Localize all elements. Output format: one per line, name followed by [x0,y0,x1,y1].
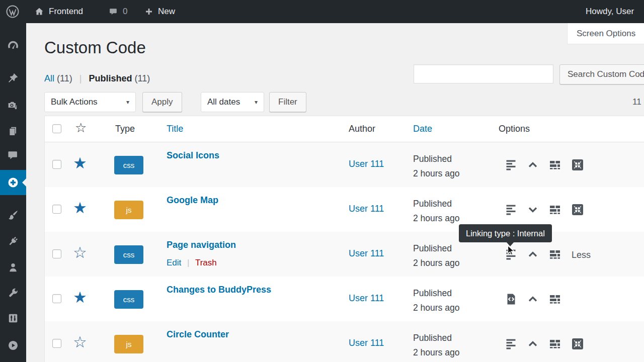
code-file-icon[interactable] [505,293,517,305]
trash-link[interactable]: Trash [195,258,217,267]
users-icon [8,262,19,273]
bulk-actions-value: Bulk Actions [51,97,98,107]
align-left-icon[interactable] [505,159,517,171]
star-filled-icon[interactable]: ★ [73,155,87,171]
wrench-icon [8,288,19,299]
row-title-link[interactable]: Google Map [167,195,218,206]
chevron-up-icon[interactable] [527,159,539,171]
filter-published-link[interactable]: Published [89,73,132,83]
row-date: Published 2 hours ago [413,241,459,270]
fullscreen-exit-icon[interactable] [572,159,584,171]
filter-all-count: (11) [57,73,72,83]
sidebar-item-dashboard[interactable] [8,40,19,51]
filter-published-count: (11) [134,73,150,83]
comment-bubble-icon [109,7,118,17]
search-input[interactable] [414,64,553,83]
site-menu[interactable]: Frontend [34,0,83,23]
row-title-link[interactable]: Changes to BuddyPress [167,285,271,295]
row-title-link[interactable]: Circle Counter [167,329,229,340]
sidebar-item-tools[interactable] [8,288,19,299]
row-title-link[interactable]: Social Icons [167,150,219,161]
type-badge-css: css [114,245,143,264]
plus-circle-icon [7,176,19,189]
account-menu[interactable]: Howdy, User [586,0,634,23]
chevron-down-icon[interactable] [527,204,539,216]
row-status: Published [413,197,459,211]
bricks-icon[interactable] [549,248,561,260]
search-button[interactable]: Search Custom Code [559,64,644,84]
star-outline-icon[interactable]: ☆ [73,334,87,350]
chevron-down-icon: ▾ [255,99,258,106]
row-author-link[interactable]: User 111 [349,248,384,259]
row-status: Published [413,331,459,345]
row-status: Published [413,286,459,301]
row-checkbox[interactable] [52,205,61,214]
bricks-icon[interactable] [549,338,561,350]
plug-icon [8,236,19,247]
chevron-down-icon: ▾ [126,99,129,106]
type-badge-js: js [114,201,143,219]
bulk-actions-select[interactable]: Bulk Actions ▾ [44,92,136,112]
row-author-link[interactable]: User 111 [349,293,384,304]
sidebar-item-media[interactable] [8,100,19,111]
select-all-checkbox[interactable] [52,124,61,133]
plus-icon [144,7,153,16]
wordpress-logo-icon[interactable] [6,0,20,23]
row-checkbox[interactable] [52,160,61,169]
new-menu[interactable]: New [144,0,175,23]
row-status: Published [413,241,459,256]
row-checkbox[interactable] [52,294,61,303]
row-checkbox[interactable] [52,339,61,348]
bricks-icon[interactable] [549,204,561,216]
row-title-link[interactable]: Page navigation [167,240,236,250]
star-filled-icon[interactable]: ★ [73,200,87,216]
filter-all-link[interactable]: All [44,73,54,83]
row-time: 2 hours ago [413,256,459,270]
fullscreen-exit-icon[interactable] [572,204,584,216]
star-outline-icon[interactable]: ☆ [73,245,87,260]
row-actions: Edit | Trash [167,258,217,268]
table-row: ★ css Social Icons User 111 Published 2 … [45,142,644,187]
bricks-icon[interactable] [549,159,561,171]
row-author-link[interactable]: User 111 [349,338,384,348]
row-checkbox[interactable] [52,249,61,258]
mouse-cursor-icon [507,245,516,257]
home-icon [34,7,44,17]
sidebar-item-settings[interactable] [8,313,19,324]
chevron-up-icon[interactable] [527,338,539,350]
column-header-title[interactable]: Title [167,124,183,134]
separator: | [187,258,189,267]
sidebar-item-pages[interactable] [8,126,19,137]
row-author-link[interactable]: User 111 [349,204,384,214]
screen-options-tab[interactable]: Screen Options [567,23,644,44]
admin-sidebar [0,23,26,362]
edit-link[interactable]: Edit [167,258,181,267]
sidebar-item-posts[interactable] [8,72,19,83]
chevron-up-icon[interactable] [527,248,539,260]
sidebar-item-plugins[interactable] [8,236,19,247]
filter-button[interactable]: Filter [269,92,306,112]
status-filter-links: All (11) | Published (11) [44,73,150,84]
row-date: Published 2 hours ago [413,197,459,226]
sidebar-item-appearance[interactable] [8,210,19,221]
apply-button[interactable]: Apply [142,92,182,112]
align-left-icon[interactable] [505,204,517,216]
row-author-link[interactable]: User 111 [349,159,384,169]
dates-select[interactable]: All dates ▾ [201,92,264,112]
star-filled-icon[interactable]: ★ [73,290,87,305]
pages-icon [8,126,19,137]
chevron-up-icon[interactable] [527,293,539,305]
less-toggle[interactable]: Less [572,250,591,260]
row-time: 2 hours ago [413,301,459,315]
sidebar-item-collapse[interactable] [8,340,19,351]
table-header-row: ☆ Type Title Author Date Options [45,116,644,142]
sidebar-item-comments[interactable] [8,150,19,161]
bricks-icon[interactable] [549,293,561,305]
column-header-date[interactable]: Date [413,124,432,134]
fullscreen-exit-icon[interactable] [572,338,584,350]
align-left-icon[interactable] [505,338,517,350]
row-time: 2 hours ago [413,345,459,360]
star-column-header-icon: ☆ [75,121,87,134]
sidebar-item-users[interactable] [8,262,19,273]
comments-menu[interactable]: 0 [109,0,127,23]
